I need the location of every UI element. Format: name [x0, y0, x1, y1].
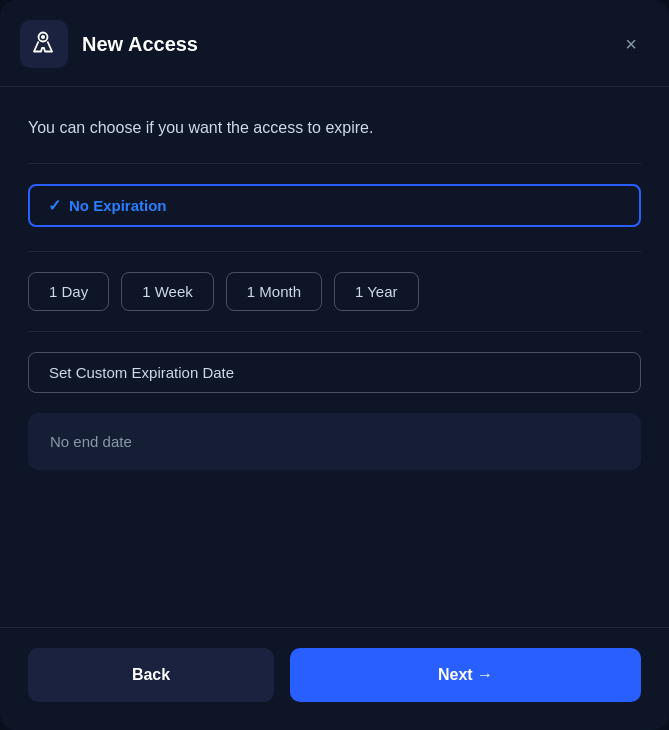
modal-body: You can choose if you want the access to…	[0, 87, 669, 627]
no-expiration-button[interactable]: ✓ No Expiration	[28, 184, 641, 227]
duration-1-year[interactable]: 1 Year	[334, 272, 419, 311]
duration-1-day[interactable]: 1 Day	[28, 272, 109, 311]
no-expiration-label: No Expiration	[69, 197, 167, 214]
duration-row: 1 Day 1 Week 1 Month 1 Year	[28, 272, 641, 311]
close-button[interactable]: ×	[621, 30, 641, 58]
duration-1-week[interactable]: 1 Week	[121, 272, 214, 311]
duration-1-month[interactable]: 1 Month	[226, 272, 322, 311]
divider-2	[28, 251, 641, 252]
modal-header: New Access ×	[0, 0, 669, 87]
header-left: New Access	[20, 20, 198, 68]
description-text: You can choose if you want the access to…	[28, 117, 641, 139]
date-display: No end date	[28, 413, 641, 470]
next-button[interactable]: Next →	[290, 648, 641, 702]
key-icon	[32, 30, 56, 58]
modal-container: New Access × You can choose if you want …	[0, 0, 669, 730]
key-icon-wrapper	[20, 20, 68, 68]
modal-title: New Access	[82, 33, 198, 56]
svg-point-0	[41, 35, 45, 39]
custom-date-label: Set Custom Expiration Date	[49, 364, 234, 381]
checkmark-icon: ✓	[48, 196, 61, 215]
divider-3	[28, 331, 641, 332]
modal-footer: Back Next →	[0, 627, 669, 730]
divider-1	[28, 163, 641, 164]
custom-date-button[interactable]: Set Custom Expiration Date	[28, 352, 641, 393]
back-button[interactable]: Back	[28, 648, 274, 702]
date-display-text: No end date	[50, 433, 132, 450]
